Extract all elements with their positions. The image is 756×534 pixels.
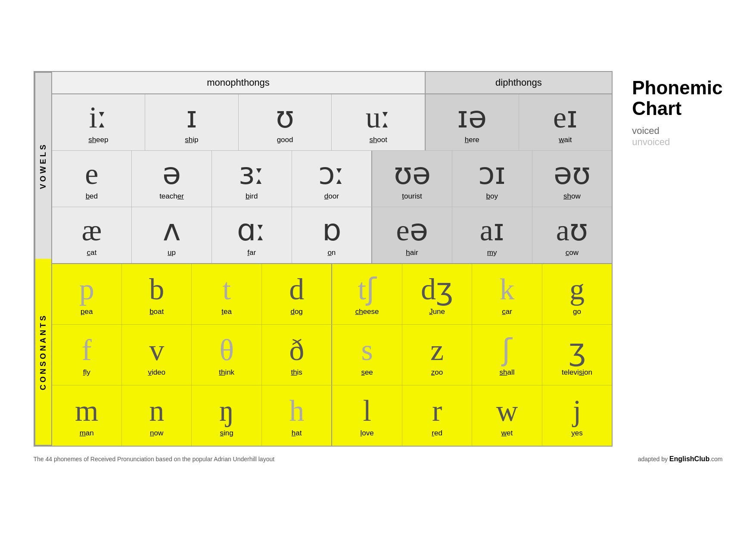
cell-k: k car [472, 264, 542, 324]
cell-n: n now [122, 385, 192, 446]
cell-olong: ɔː door [292, 151, 373, 207]
cell-r: r red [402, 385, 472, 446]
cell-s: s see [332, 325, 402, 385]
cell-f: f fly [52, 325, 122, 385]
cell-oi: ɔɪ boy [452, 151, 532, 207]
title-chart: Chart [632, 98, 681, 119]
footer-left: The 44 phonemes of Received Pronunciatio… [34, 456, 275, 463]
cell-theta: θ think [192, 325, 261, 385]
cell-schwa-u: əʊ show [532, 151, 612, 207]
title-unvoiced: unvoiced [632, 137, 670, 148]
consonant-row-1: p pea b boat t tea d dog [52, 264, 612, 325]
diphthongs-header: diphthongs [426, 72, 612, 93]
vowels-section: iː sheep ɪ ship ʊ good uː [52, 94, 612, 263]
cell-ua: ʊə tourist [372, 151, 452, 207]
cell-g: g go [542, 264, 612, 324]
chart-and-title: VOWELS CONSONANTS monophthongs diphthong… [34, 71, 723, 447]
cell-p: p pea [52, 264, 122, 324]
cell-e: e bed [52, 151, 132, 207]
cell-uu: uː shoot [332, 94, 426, 150]
cell-ae: æ cat [52, 207, 132, 263]
labels-column: VOWELS CONSONANTS [34, 72, 52, 446]
vowels-label: VOWELS [34, 72, 51, 259]
monophthongs-header: monophthongs [52, 72, 426, 93]
cell-upsilon: ʊ good [239, 94, 332, 150]
footer-right: adapted by EnglishClub.com [638, 455, 723, 463]
cell-ii: iː sheep [52, 94, 146, 150]
cell-t: t tea [192, 264, 261, 324]
cell-eth: ð this [262, 325, 332, 385]
title-phonemic: Phonemic [632, 78, 722, 98]
title-voiced: voiced [632, 125, 660, 137]
cell-l: l love [332, 385, 402, 446]
cell-j: j yes [542, 385, 612, 446]
cell-along: ɑː far [212, 207, 292, 263]
consonants-section: p pea b boat t tea d dog [52, 263, 612, 446]
cell-wedge: ʌ up [132, 207, 212, 263]
phonemic-table: VOWELS CONSONANTS monophthongs diphthong… [34, 71, 613, 447]
consonant-row-3: m man n now ŋ sing h hat [52, 385, 612, 446]
cell-v: v video [122, 325, 192, 385]
cell-ea: eə hair [372, 207, 452, 263]
cell-ai: aɪ my [452, 207, 532, 263]
vowel-row-1: iː sheep ɪ ship ʊ good uː [52, 94, 612, 151]
header-row: monophthongs diphthongs [52, 72, 612, 94]
cell-tsh: tʃ cheese [332, 264, 402, 324]
cell-b: b boat [122, 264, 192, 324]
cell-m: m man [52, 385, 122, 446]
cell-h: h hat [262, 385, 332, 446]
cell-w: w wet [472, 385, 542, 446]
cell-open-o: ɒ on [292, 207, 373, 263]
cell-3: ʒ television [542, 325, 612, 385]
title-block: Phonemic Chart voiced unvoiced [632, 71, 722, 148]
cell-ei: eɪ wait [519, 94, 612, 150]
cell-au: aʊ cow [532, 207, 612, 263]
consonants-label: CONSONANTS [34, 259, 51, 446]
cell-schwa: ə teacher [132, 151, 212, 207]
vowel-row-2: e bed ə teacher ɜː bird ɔː [52, 151, 612, 207]
cell-sh: ʃ shall [472, 325, 542, 385]
main-grid: monophthongs diphthongs iː sheep [52, 72, 612, 446]
page-wrapper: VOWELS CONSONANTS monophthongs diphthong… [34, 71, 723, 463]
cell-dz: dʒ June [402, 264, 472, 324]
vowel-row-3: æ cat ʌ up ɑː far ɒ on [52, 207, 612, 263]
cell-3long: ɜː bird [212, 151, 292, 207]
footer: The 44 phonemes of Received Pronunciatio… [34, 455, 723, 463]
consonant-row-2: f fly v video θ think ð [52, 325, 612, 385]
cell-d: d dog [262, 264, 332, 324]
cell-I: ɪ ship [145, 94, 239, 150]
cell-ng: ŋ sing [192, 385, 261, 446]
cell-ia: ɪə here [426, 94, 519, 150]
cell-z: z zoo [402, 325, 472, 385]
